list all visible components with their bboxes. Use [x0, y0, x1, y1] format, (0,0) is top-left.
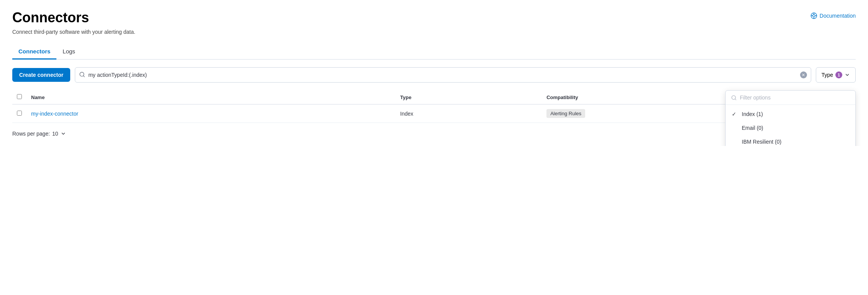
- svg-point-1: [813, 15, 815, 17]
- rows-per-page-value: 10: [52, 131, 58, 137]
- header-type: Type: [396, 90, 542, 104]
- header-checkbox-cell: [12, 90, 26, 104]
- dropdown-item-label-index: Index (1): [742, 111, 763, 117]
- dropdown-item-label-ibm: IBM Resilient (0): [742, 139, 781, 145]
- dropdown-search-icon: [731, 95, 737, 101]
- search-icon: [79, 71, 85, 79]
- compatibility-badge: Alerting Rules: [546, 109, 585, 118]
- svg-line-9: [735, 99, 736, 100]
- type-filter-button[interactable]: Type 1: [816, 67, 856, 83]
- dropdown-search-wrapper: [726, 91, 855, 105]
- tabs-row: Connectors Logs: [12, 44, 856, 60]
- clear-search-button[interactable]: ✕: [800, 71, 807, 78]
- page-title: Connectors: [12, 9, 89, 26]
- tab-logs[interactable]: Logs: [56, 44, 81, 60]
- type-dropdown: ✓ Index (1) Email (0) IBM Resilient (0): [725, 90, 856, 146]
- search-wrapper: ✕: [75, 67, 811, 83]
- documentation-label: Documentation: [820, 13, 856, 19]
- check-icon-index: ✓: [732, 111, 738, 117]
- dropdown-item-label-email: Email (0): [742, 125, 763, 131]
- type-filter-label: Type: [822, 72, 833, 78]
- tab-connectors[interactable]: Connectors: [12, 44, 56, 60]
- dropdown-list: ✓ Index (1) Email (0) IBM Resilient (0): [726, 105, 855, 146]
- row-type-cell: Index: [396, 104, 542, 123]
- dropdown-item-email[interactable]: Email (0): [726, 121, 855, 135]
- chevron-down-icon: [845, 72, 850, 78]
- clear-icon: ✕: [802, 73, 805, 78]
- type-filter-badge: 1: [835, 71, 842, 78]
- rows-per-page-label: Rows per page:: [12, 131, 50, 137]
- row-name-cell: my-index-connector: [26, 104, 396, 123]
- dropdown-item-index[interactable]: ✓ Index (1): [726, 107, 855, 121]
- select-all-checkbox[interactable]: [17, 94, 22, 99]
- page-container: Connectors Documentation Connect third-p…: [0, 0, 868, 146]
- documentation-link[interactable]: Documentation: [810, 12, 856, 19]
- search-input[interactable]: [88, 72, 797, 78]
- header-row: Connectors Documentation: [12, 9, 856, 26]
- dropdown-filter-input[interactable]: [740, 94, 850, 101]
- dropdown-item-ibm[interactable]: IBM Resilient (0): [726, 135, 855, 146]
- page-subtitle: Connect third-party software with your a…: [12, 29, 856, 35]
- documentation-icon: [810, 12, 817, 19]
- row-checkbox-cell: [12, 104, 26, 123]
- toolbar-row: Create connector ✕ Type 1: [12, 67, 856, 83]
- header-name: Name: [26, 90, 396, 104]
- svg-line-7: [83, 76, 84, 77]
- rows-per-page-chevron[interactable]: [61, 131, 66, 136]
- connector-name-link[interactable]: my-index-connector: [31, 111, 78, 117]
- row-checkbox[interactable]: [17, 111, 22, 116]
- create-connector-button[interactable]: Create connector: [12, 68, 70, 82]
